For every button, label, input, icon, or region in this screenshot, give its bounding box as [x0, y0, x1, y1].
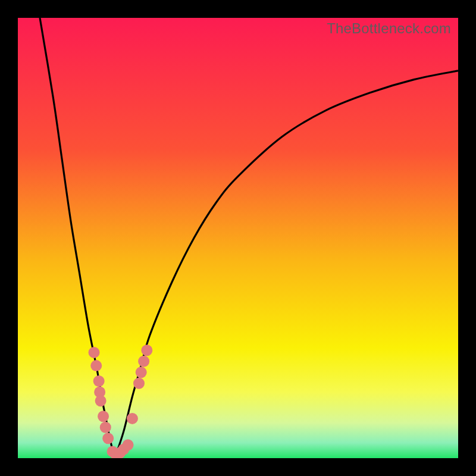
- data-marker: [95, 395, 107, 406]
- data-marker: [138, 356, 149, 367]
- data-marker: [136, 367, 147, 378]
- data-marker: [102, 433, 114, 444]
- data-marker: [133, 378, 145, 389]
- data-marker: [141, 345, 152, 356]
- data-marker: [89, 347, 100, 358]
- data-marker: [98, 411, 109, 422]
- data-marker: [90, 360, 102, 371]
- data-marker: [100, 422, 111, 433]
- data-marker: [123, 439, 134, 450]
- outer-frame: TheBottleneck.com: [0, 0, 476, 476]
- plot-area: TheBottleneck.com: [18, 18, 458, 458]
- watermark-text: TheBottleneck.com: [327, 20, 451, 37]
- data-marker: [127, 413, 138, 424]
- data-marker: [93, 375, 105, 387]
- curve-layer: [18, 18, 458, 458]
- curve-right-branch: [115, 71, 458, 458]
